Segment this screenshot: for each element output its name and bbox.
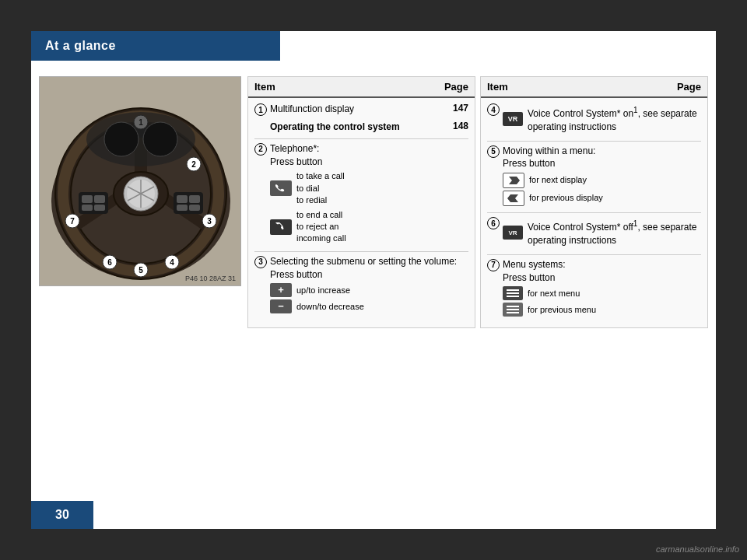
svg-rect-16 xyxy=(94,195,105,203)
icon-row: − down/to decrease xyxy=(270,299,468,313)
right-col-item: Item xyxy=(487,81,508,93)
svg-rect-15 xyxy=(82,195,93,203)
icon-label: down/to decrease xyxy=(296,301,364,313)
table-row: 2 Telephone*:Press button to take a call… xyxy=(254,142,468,247)
icon-label: up/to increase xyxy=(296,285,350,296)
right-table-body: 4 VR Voice Control System* on1, see sepa… xyxy=(481,98,707,327)
icon-row: for previous menu xyxy=(503,303,701,317)
page-number: 148 xyxy=(450,121,468,131)
row-number: 4 xyxy=(487,103,500,116)
svg-text:−: − xyxy=(278,301,284,312)
icon-row: VR Voice Control System* off1, see separ… xyxy=(503,219,701,247)
svg-point-40 xyxy=(104,122,139,156)
row-text: Telephone*:Press button to take a callto… xyxy=(270,142,468,247)
divider xyxy=(487,212,701,213)
icon-row: + up/to increase xyxy=(270,283,468,297)
next-menu-icon xyxy=(503,286,523,300)
svg-rect-17 xyxy=(82,205,93,211)
right-table-header: Item Page xyxy=(481,77,707,98)
svg-rect-22 xyxy=(177,205,188,211)
plus-icon: + xyxy=(270,283,292,297)
table-row: 3 Selecting the submenu or setting the v… xyxy=(254,255,468,316)
row-number: 6 xyxy=(487,217,500,229)
svg-text:4: 4 xyxy=(170,258,174,267)
row-number: 5 xyxy=(487,145,500,158)
svg-rect-18 xyxy=(94,205,105,211)
icon-label: to end a callto reject anincoming call xyxy=(296,209,346,245)
tables-area: Item Page 1 Multifunction display 147 xyxy=(247,76,708,328)
divider xyxy=(487,254,701,255)
row-inline: Multifunction display 147 xyxy=(270,103,468,116)
image-label: P46 10 28AZ 31 xyxy=(185,275,236,282)
svg-marker-44 xyxy=(509,177,520,184)
header-title: At a glance xyxy=(45,39,116,52)
svg-rect-21 xyxy=(189,195,200,203)
icon-row: VR Voice Control System* on1, see separa… xyxy=(503,105,701,134)
page-number-bar: 30 xyxy=(31,501,93,529)
row-text: VR Voice Control System* off1, see separ… xyxy=(503,216,701,250)
left-table-body: 1 Multifunction display 147 Operating th… xyxy=(248,98,475,324)
table-row: 4 VR Voice Control System* on1, see sepa… xyxy=(487,103,701,136)
svg-point-41 xyxy=(143,122,177,156)
row-text: Menu systems:Press button for next menu xyxy=(503,258,701,319)
icon-label: for next menu xyxy=(528,288,580,299)
row-number: 2 xyxy=(254,143,267,156)
svg-text:5: 5 xyxy=(139,266,143,275)
right-col-page: Page xyxy=(677,81,701,93)
table-row: Operating the control system 148 xyxy=(270,121,468,134)
steering-wheel-svg: 1 2 3 4 5 6 xyxy=(40,77,241,286)
icon-label: for previous display xyxy=(529,192,603,204)
main-content: At a glance xyxy=(31,31,716,529)
svg-marker-45 xyxy=(507,194,518,202)
row-number: 1 xyxy=(254,103,267,116)
row-text: VR Voice Control System* on1, see separa… xyxy=(503,103,701,136)
svg-point-39 xyxy=(86,112,195,166)
steering-wheel-container: 1 2 3 4 5 6 xyxy=(39,76,241,286)
row-number: 7 xyxy=(487,259,500,271)
voice-on-icon: VR xyxy=(503,112,523,126)
row-inline: Operating the control system 148 xyxy=(270,121,468,134)
row-text: Selecting the submenu or setting the vol… xyxy=(270,255,468,316)
left-col-item: Item xyxy=(254,81,275,93)
left-table-header: Item Page xyxy=(248,77,475,98)
left-table-panel: Item Page 1 Multifunction display 147 xyxy=(247,76,475,328)
page-number: 147 xyxy=(450,103,468,114)
table-row: 7 Menu systems:Press button for next men… xyxy=(487,258,701,319)
row-text: Moving within a menu:Press button for ne… xyxy=(503,145,701,208)
prev-display-icon xyxy=(503,191,524,206)
svg-text:3: 3 xyxy=(207,217,212,226)
row-text: Operating the control system xyxy=(270,121,450,134)
watermark: carmanualsonline.info xyxy=(656,544,739,554)
svg-rect-23 xyxy=(189,205,200,211)
svg-text:6: 6 xyxy=(107,258,112,267)
prev-menu-icon xyxy=(503,303,523,317)
row-number: 3 xyxy=(254,256,267,268)
icon-label: for previous menu xyxy=(528,304,596,316)
phone-red-icon xyxy=(270,219,292,235)
svg-text:+: + xyxy=(278,285,284,296)
divider xyxy=(487,141,701,142)
icon-row: to take a callto dialto redial xyxy=(270,170,468,206)
phone-green-icon xyxy=(270,180,292,196)
steering-wheel-image: 1 2 3 4 5 6 xyxy=(39,76,241,286)
svg-text:7: 7 xyxy=(70,217,75,226)
minus-icon: − xyxy=(270,299,292,313)
table-row: 6 VR Voice Control System* off1, see sep… xyxy=(487,216,701,250)
table-row: 1 Multifunction display 147 xyxy=(254,103,468,116)
content-area: 1 2 3 4 5 6 xyxy=(31,61,716,344)
right-table-panel: Item Page 4 VR Voice Control System* on1… xyxy=(480,76,708,328)
icon-row: for next menu xyxy=(503,286,701,300)
svg-rect-20 xyxy=(177,195,188,203)
next-display-icon xyxy=(503,173,524,188)
left-col-page: Page xyxy=(444,81,468,93)
icon-row: for previous display xyxy=(503,191,701,206)
header-bar: At a glance xyxy=(31,31,280,61)
table-row: 5 Moving within a menu:Press button for … xyxy=(487,145,701,208)
icon-label: to take a callto dialto redial xyxy=(296,170,345,206)
divider xyxy=(254,138,468,139)
icon-row: to end a callto reject anincoming call xyxy=(270,209,468,245)
row-text: Multifunction display xyxy=(270,103,450,116)
divider xyxy=(254,251,468,252)
voice-off-icon: VR xyxy=(503,226,523,240)
page-number-label: 30 xyxy=(55,508,69,522)
